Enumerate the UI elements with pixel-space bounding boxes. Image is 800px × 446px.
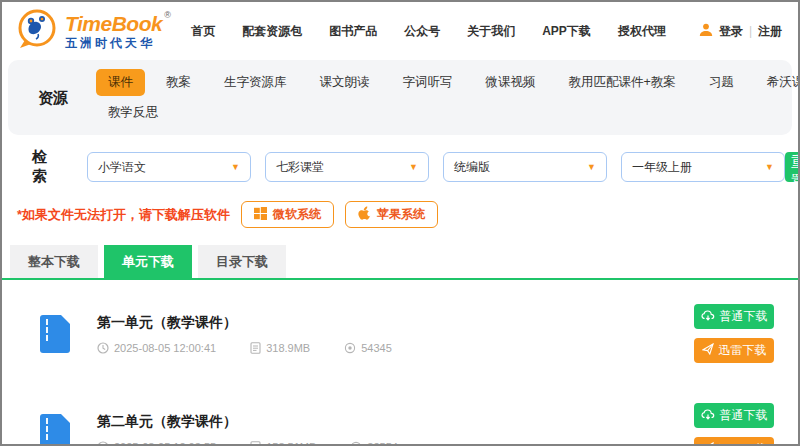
- download-list-item: 第二单元（教学课件） 2025-08-05 12:03:55 158.51MB …: [2, 373, 798, 446]
- auth-area: 登录 | 注册: [699, 23, 782, 40]
- resource-tab-text-reading[interactable]: 课文朗读: [308, 69, 382, 96]
- normal-download-label: 普通下载: [720, 407, 768, 424]
- reset-button[interactable]: 重置: [785, 152, 800, 182]
- registered-mark: ®: [164, 11, 171, 20]
- item-date: 2025-08-05 12:00:41: [97, 342, 216, 354]
- resource-tab-character-library[interactable]: 生字资源库: [212, 69, 299, 96]
- resource-tabs-row-1: 课件 教案 生字资源库 课文朗读 字词听写 微课视频 教用匹配课件+教案 习题 …: [96, 69, 774, 96]
- item-title: 第一单元（教学课件）: [97, 314, 392, 332]
- resource-tab-teaching-reflection[interactable]: 教学反思: [96, 99, 170, 126]
- download-mode-tabs: 整本下载 单元下载 目录下载: [2, 245, 798, 280]
- views-icon: [344, 342, 356, 354]
- cloud-download-icon: [701, 310, 715, 324]
- subject-select[interactable]: 小学语文 ▼: [87, 152, 251, 182]
- item-actions: 普通下载 迅雷下载: [694, 403, 774, 446]
- tab-whole-book-download[interactable]: 整本下载: [10, 245, 98, 278]
- item-views: 32554: [350, 441, 398, 446]
- brand-name: TimeBook: [65, 13, 162, 35]
- item-meta-row: 2025-08-05 12:00:41 318.9MB 54345: [97, 342, 392, 354]
- normal-download-button[interactable]: 普通下载: [694, 403, 774, 428]
- series-select[interactable]: 七彩课堂 ▼: [265, 152, 429, 182]
- item-date-text: 2025-08-05 12:00:41: [114, 342, 216, 354]
- zip-file-icon: [40, 414, 70, 446]
- item-views-text: 54345: [361, 342, 392, 354]
- user-icon: [699, 23, 713, 40]
- main-nav: 首页 配套资源包 图书产品 公众号 关于我们 APP下载 授权代理 登录 | 注…: [191, 23, 782, 40]
- resource-tab-matched-courseware[interactable]: 教用匹配课件+教案: [557, 69, 688, 96]
- resource-tab-micro-video[interactable]: 微课视频: [474, 69, 548, 96]
- nav-app-download[interactable]: APP下载: [542, 23, 591, 40]
- grade-select[interactable]: 一年级上册 ▼: [621, 152, 785, 182]
- resource-tab-exercises[interactable]: 习题: [697, 69, 746, 96]
- unzip-warning-text: *如果文件无法打开，请下载解压软件: [17, 206, 230, 224]
- resource-tabs-row-2: 教学反思: [96, 99, 774, 126]
- filter-selects: 小学语文 ▼ 七彩课堂 ▼ 统编版 ▼ 一年级上册 ▼: [87, 152, 785, 182]
- series-select-value: 七彩课堂: [276, 159, 324, 176]
- search-label: 检索: [32, 148, 47, 186]
- nav-home[interactable]: 首页: [191, 23, 215, 40]
- thunder-download-button[interactable]: 迅雷下载: [694, 338, 774, 363]
- item-size-text: 318.9MB: [266, 342, 310, 354]
- zip-file-icon: [40, 315, 70, 353]
- filter-bar: 检索 小学语文 ▼ 七彩课堂 ▼ 统编版 ▼ 一年级上册 ▼ 重置: [2, 135, 798, 186]
- normal-download-label: 普通下载: [720, 308, 768, 325]
- item-size: 158.51MB: [250, 441, 316, 446]
- item-views-text: 32554: [367, 441, 398, 446]
- views-icon: [350, 441, 362, 446]
- cloud-download-icon: [701, 409, 715, 423]
- rocket-icon: [702, 442, 714, 446]
- thunder-download-button[interactable]: 迅雷下载: [694, 437, 774, 446]
- nav-official-account[interactable]: 公众号: [404, 23, 440, 40]
- resource-tab-courseware[interactable]: 课件: [96, 69, 145, 96]
- windows-unzip-label: 微软系统: [273, 206, 321, 223]
- nav-about-us[interactable]: 关于我们: [467, 23, 515, 40]
- file-size-icon: [250, 441, 261, 446]
- item-views: 54345: [344, 342, 392, 354]
- chevron-down-icon: ▼: [231, 162, 240, 172]
- auth-separator: |: [749, 24, 752, 38]
- item-size: 318.9MB: [250, 342, 310, 354]
- clock-icon: [97, 342, 109, 354]
- nav-agents[interactable]: 授权代理: [618, 23, 666, 40]
- subject-select-value: 小学语文: [98, 159, 146, 176]
- speech-bubble-dog-icon: [16, 8, 58, 54]
- nav-resource-pack[interactable]: 配套资源包: [242, 23, 302, 40]
- edition-select-value: 统编版: [454, 159, 490, 176]
- apple-unzip-button[interactable]: 苹果系统: [345, 201, 438, 228]
- grade-select-value: 一年级上册: [632, 159, 692, 176]
- nav-book-products[interactable]: 图书产品: [329, 23, 377, 40]
- resource-tab-seewo-courseware[interactable]: 希沃课件: [755, 69, 800, 96]
- windows-unzip-button[interactable]: 微软系统: [241, 201, 334, 228]
- thunder-download-label: 迅雷下载: [719, 441, 767, 446]
- resource-tab-lesson-plans[interactable]: 教案: [154, 69, 203, 96]
- tab-unit-download[interactable]: 单元下载: [104, 245, 192, 278]
- apple-unzip-label: 苹果系统: [377, 206, 425, 223]
- unzip-notice-row: *如果文件无法打开，请下载解压软件 微软系统 苹果系统: [2, 186, 798, 228]
- windows-icon: [254, 207, 267, 223]
- brand-subtitle: 五洲时代天华: [65, 37, 171, 50]
- item-date-text: 2025-08-05 12:03:55: [114, 441, 216, 446]
- register-link[interactable]: 注册: [758, 23, 782, 40]
- thunder-download-label: 迅雷下载: [719, 342, 767, 359]
- item-size-text: 158.51MB: [266, 441, 316, 446]
- login-link[interactable]: 登录: [719, 23, 743, 40]
- resource-type-panel: 资源 课件 教案 生字资源库 课文朗读 字词听写 微课视频 教用匹配课件+教案 …: [8, 60, 792, 135]
- edition-select[interactable]: 统编版 ▼: [443, 152, 607, 182]
- item-meta-row: 2025-08-05 12:03:55 158.51MB 32554: [97, 441, 398, 446]
- item-actions: 普通下载 迅雷下载: [694, 304, 774, 363]
- header: TimeBook ® 五洲时代天华 首页 配套资源包 图书产品 公众号 关于我们…: [2, 2, 798, 60]
- item-date: 2025-08-05 12:03:55: [97, 441, 216, 446]
- chevron-down-icon: ▼: [409, 162, 418, 172]
- resource-tab-word-dictation[interactable]: 字词听写: [391, 69, 465, 96]
- brand-logo: TimeBook ® 五洲时代天华: [16, 8, 171, 54]
- rocket-icon: [702, 343, 714, 358]
- tab-catalog-download[interactable]: 目录下载: [198, 245, 286, 278]
- resource-label: 资源: [38, 88, 68, 107]
- download-list-item: 第一单元（教学课件） 2025-08-05 12:00:41 318.9MB 5…: [2, 280, 798, 373]
- apple-icon: [358, 206, 371, 223]
- chevron-down-icon: ▼: [765, 162, 774, 172]
- normal-download-button[interactable]: 普通下载: [694, 304, 774, 329]
- file-size-icon: [250, 342, 261, 354]
- clock-icon: [97, 441, 109, 446]
- item-title: 第二单元（教学课件）: [97, 413, 398, 431]
